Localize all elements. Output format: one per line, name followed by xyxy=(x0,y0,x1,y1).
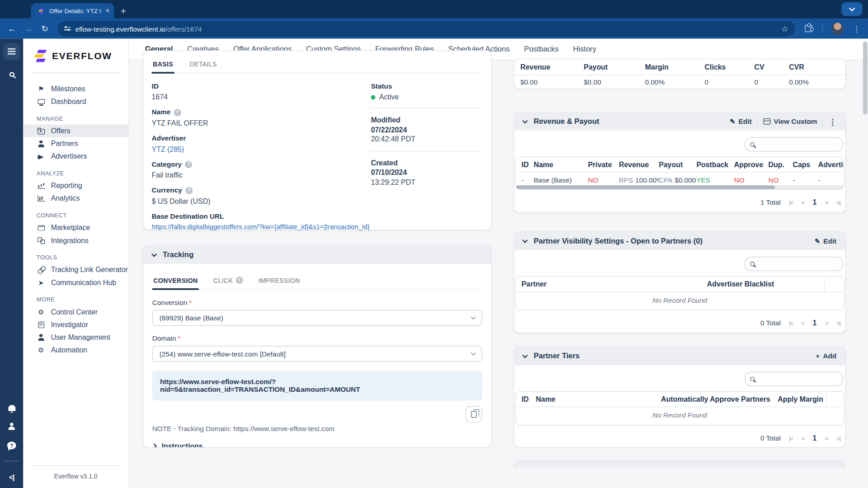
horizontal-scrollbar[interactable] xyxy=(516,185,844,189)
first-page-icon[interactable]: |< xyxy=(789,319,793,326)
back-icon[interactable]: ← xyxy=(5,24,19,33)
last-page-icon[interactable]: >| xyxy=(836,435,840,441)
sidebar-item-user-management[interactable]: User Management xyxy=(23,331,128,343)
account-icon[interactable] xyxy=(8,423,15,430)
new-tab-button[interactable]: + xyxy=(121,7,126,16)
sidebar-item-communication-hub[interactable]: ➤ Communication Hub xyxy=(23,276,128,289)
revenue-payout-search[interactable] xyxy=(745,137,843,152)
collapse-sidebar-icon[interactable]: <| xyxy=(9,473,14,481)
window-chevron-button[interactable] xyxy=(841,2,863,16)
tab-history[interactable]: History xyxy=(573,39,596,60)
sidebar-item-investigator[interactable]: Investigator xyxy=(23,318,128,331)
partner-tiers-pager: 0 Total |< < 1 > >| xyxy=(515,434,844,442)
add-button[interactable]: +Add xyxy=(816,352,836,360)
click-help-icon[interactable]: ? xyxy=(236,277,243,284)
tab-conversion[interactable]: CONVERSION xyxy=(152,273,199,290)
first-page-icon[interactable]: |< xyxy=(789,199,793,206)
sidebar-item-milestones[interactable]: ⚑ Milestones xyxy=(23,82,128,95)
copy-button[interactable] xyxy=(466,406,482,423)
search-icon[interactable] xyxy=(9,72,14,77)
extensions-icon[interactable] xyxy=(805,25,812,32)
help-icon[interactable]: ? xyxy=(7,441,16,449)
scrollbar-thumb[interactable] xyxy=(863,42,868,115)
search-input[interactable] xyxy=(758,141,837,148)
instructions-label: Instructions xyxy=(162,442,203,447)
next-page-icon[interactable]: > xyxy=(825,199,828,206)
sidebar-item-offers[interactable]: ★ Offers xyxy=(23,125,128,137)
tab-click[interactable]: CLICK? xyxy=(212,273,244,290)
url-bar[interactable]: eflow-testing.everflowclient.io/offers/1… xyxy=(57,21,795,36)
sidebar-item-tracking-link-generator[interactable]: Tracking Link Generator xyxy=(23,263,128,276)
partner-tiers-search[interactable] xyxy=(745,372,843,386)
browser-profile-avatar[interactable] xyxy=(831,23,844,35)
tracking-url-box[interactable]: https://www.serve-eflow-test.com/?nid=5&… xyxy=(152,371,482,400)
sidebar-item-control-center[interactable]: ⚙ Control Center xyxy=(23,305,128,318)
instructions-toggle[interactable]: Instructions xyxy=(152,442,482,447)
site-info-icon[interactable] xyxy=(64,26,71,31)
created-date: 07/10/2024 xyxy=(371,168,482,177)
everflow-logo[interactable]: EVERFLOW xyxy=(23,39,128,63)
tracking-domain-note: NOTE - Tracking Domain: https://www.serv… xyxy=(152,425,482,432)
edit-icon: ✎ xyxy=(730,117,735,125)
hamburger-button[interactable] xyxy=(3,43,20,60)
edit-button[interactable]: ✎Edit xyxy=(815,237,837,245)
scrollbar-thumb[interactable] xyxy=(516,185,775,189)
search-input[interactable] xyxy=(758,260,837,268)
reload-icon[interactable]: ↻ xyxy=(38,23,52,33)
col-name: Name xyxy=(533,157,588,172)
required-mark: * xyxy=(178,335,180,343)
domain-select[interactable]: (254) www.serve-eflow-test.com [Default] xyxy=(152,346,482,362)
conversion-select[interactable]: (69929) Base (Base) xyxy=(152,310,482,326)
browser-menu-icon[interactable]: ⋮ xyxy=(853,24,860,33)
next-page-icon[interactable]: > xyxy=(825,435,828,441)
prev-page-icon[interactable]: < xyxy=(802,435,805,441)
view-custom-button[interactable]: View Custom xyxy=(763,117,817,125)
browser-toolbar: ← → ↻ eflow-testing.everflowclient.io/of… xyxy=(0,18,868,38)
bookmark-star-icon[interactable]: ☆ xyxy=(781,24,788,33)
base-destination-url-link[interactable]: https://falbv.digitalbiggestoffers.com/?… xyxy=(152,223,371,230)
page-scrollbar[interactable] xyxy=(863,42,868,473)
search-input[interactable] xyxy=(758,375,837,383)
last-page-icon[interactable]: >| xyxy=(836,319,840,326)
sidebar-item-analytics[interactable]: Analytics xyxy=(23,192,128,205)
prev-page-icon[interactable]: < xyxy=(802,319,805,326)
current-page[interactable]: 1 xyxy=(813,198,817,206)
sidebar-item-partners[interactable]: Partners xyxy=(23,137,128,150)
currency-help-icon[interactable]: ? xyxy=(185,187,193,194)
sidebar-item-marketplace[interactable]: Marketplace xyxy=(23,221,128,234)
tracking-header[interactable]: Tracking xyxy=(143,246,491,264)
sidebar-item-reporting[interactable]: Reporting xyxy=(23,179,128,192)
current-page[interactable]: 1 xyxy=(813,434,817,442)
domain-label: Domain xyxy=(152,335,176,343)
browser-tab[interactable]: Offer Details: YTZ FAIL OFFER × xyxy=(31,3,114,18)
partner-visibility-search[interactable] xyxy=(745,257,843,271)
name-help-icon[interactable]: ? xyxy=(174,109,181,116)
forward-icon[interactable]: → xyxy=(21,24,36,33)
more-options-icon[interactable]: ⋮ xyxy=(829,117,836,126)
partner-visibility-header[interactable]: Partner Visibility Settings - Open to Pa… xyxy=(514,232,845,250)
chevron-down-icon xyxy=(471,314,476,319)
next-page-icon[interactable]: > xyxy=(825,319,828,326)
prev-page-icon[interactable]: < xyxy=(802,199,805,206)
current-page[interactable]: 1 xyxy=(813,319,817,327)
tab-details[interactable]: DETAILS xyxy=(189,57,218,74)
first-page-icon[interactable]: |< xyxy=(789,435,793,441)
last-page-icon[interactable]: >| xyxy=(836,199,840,206)
next-section-header-sliver[interactable] xyxy=(514,460,846,468)
advertiser-link[interactable]: YTZ (285) xyxy=(152,145,371,153)
sidebar-item-integrations[interactable]: Integrations xyxy=(23,234,128,247)
tab-impression[interactable]: IMPRESSION xyxy=(257,273,301,290)
sidebar-item-dashboard[interactable]: Dashboard xyxy=(23,95,128,108)
notifications-bell-icon[interactable] xyxy=(8,405,15,411)
sidebar-item-advertisers[interactable]: Advertisers xyxy=(23,150,128,163)
tab-postbacks[interactable]: Postbacks xyxy=(524,39,558,60)
tab-basis[interactable]: BASIS xyxy=(152,57,175,74)
sidebar-item-automation[interactable]: ⚙ Automation xyxy=(23,343,128,356)
sidebar-item-label: User Management xyxy=(51,333,110,341)
tab-close-icon[interactable]: × xyxy=(104,7,111,14)
partner-tiers-header[interactable]: Partner Tiers +Add xyxy=(514,347,845,365)
category-help-icon[interactable]: ? xyxy=(185,161,192,168)
revenue-payout-header[interactable]: Revenue & Payout ✎Edit View Custom ⋮ xyxy=(514,113,845,131)
stat-value-revenue: $0.00 xyxy=(514,75,584,89)
edit-button[interactable]: ✎Edit xyxy=(730,117,752,125)
